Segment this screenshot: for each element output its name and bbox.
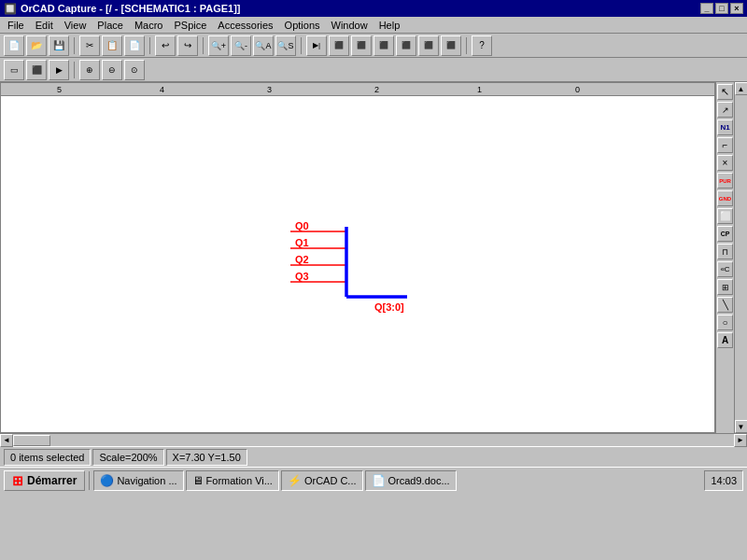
title-bar-controls[interactable]: _ □ × <box>700 3 743 14</box>
menu-file[interactable]: File <box>2 19 30 32</box>
sep6 <box>74 62 75 78</box>
rt-btn-1[interactable]: ↗ <box>717 102 733 118</box>
orcad9-label: Orcad9.doc... <box>388 475 450 486</box>
ruler-mark-2: 2 <box>374 85 379 94</box>
svg-text:Q3: Q3 <box>295 271 309 282</box>
run-tool[interactable]: ▶ <box>49 60 69 80</box>
v-scroll-track[interactable] <box>736 95 747 420</box>
orcad-icon: ⚡ <box>288 474 302 487</box>
schematic-container: 5 4 3 2 1 0 <box>0 82 747 446</box>
menu-place[interactable]: Place <box>92 19 129 32</box>
tb-btn-2[interactable]: ⬛ <box>329 35 349 56</box>
ruler-mark-3: 3 <box>267 85 272 94</box>
start-button[interactable]: ⊞ Démarrer <box>4 470 85 491</box>
pan-tool[interactable]: ⊖ <box>102 60 122 80</box>
rt-pointer[interactable]: ↖ <box>717 84 733 100</box>
taskbar-app-orcad9[interactable]: 📄 Orcad9.doc... <box>365 470 457 491</box>
taskbar-app-orcad[interactable]: ⚡ OrCAD C... <box>281 470 363 491</box>
ruler-mark-1: 1 <box>477 85 482 94</box>
title-text: OrCAD Capture - [/ - [SCHEMATIC1 : PAGE1… <box>21 3 241 14</box>
h-scroll-track[interactable] <box>13 435 734 446</box>
copy-button[interactable]: 📋 <box>102 35 122 56</box>
canvas-content: Q0 Q1 Q2 Q3 Q[3:0] <box>1 96 714 432</box>
vertical-scrollbar: ▲ ▼ <box>734 82 747 433</box>
select-tool[interactable]: ▭ <box>4 60 24 80</box>
tb-btn-7[interactable]: ⬛ <box>441 35 461 56</box>
rt-pwr[interactable]: PUR <box>717 173 733 189</box>
rt-cross[interactable]: × <box>717 155 733 171</box>
app-icon: 🔲 <box>4 3 17 15</box>
rt-box[interactable]: ⬜ <box>717 208 733 224</box>
rt-gnd[interactable]: GND <box>717 190 733 206</box>
taskbar-app-nav[interactable]: 🔵 Navigation ... <box>93 470 183 491</box>
rt-text-a[interactable]: A <box>717 332 733 348</box>
maximize-button[interactable]: □ <box>715 3 728 14</box>
h-scroll-thumb[interactable] <box>13 435 50 446</box>
formation-label: Formation Vi... <box>206 475 273 486</box>
menu-accessories[interactable]: Accessories <box>212 19 278 32</box>
menu-help[interactable]: Help <box>374 19 406 32</box>
orcad-label: OrCAD C... <box>304 475 357 486</box>
place-tool[interactable]: ⬛ <box>26 60 47 80</box>
taskbar-app-formation[interactable]: 🖥 Formation Vi... <box>186 470 279 491</box>
new-button[interactable]: 📄 <box>4 35 24 56</box>
taskbar-clock: 14:03 <box>704 470 743 491</box>
scroll-up-button[interactable]: ▲ <box>735 82 748 95</box>
zoom-tool[interactable]: ⊕ <box>79 60 100 80</box>
rt-ph[interactable]: ⊓ <box>717 244 733 259</box>
zoom-out-button[interactable]: 🔍- <box>231 35 251 56</box>
menu-view[interactable]: View <box>59 19 92 32</box>
horizontal-scrollbar: ◄ ► <box>0 433 747 446</box>
paste-button[interactable]: 📄 <box>124 35 145 56</box>
open-button[interactable]: 📂 <box>26 35 47 56</box>
help-button[interactable]: ? <box>472 35 492 56</box>
save-button[interactable]: 💾 <box>49 35 69 56</box>
title-bar: 🔲 OrCAD Capture - [/ - [SCHEMATIC1 : PAG… <box>0 0 747 17</box>
items-selected-status: 0 items selected <box>4 449 91 466</box>
undo-button[interactable]: ↩ <box>155 35 176 56</box>
minimize-button[interactable]: _ <box>700 3 713 14</box>
rt-circle[interactable]: ○ <box>717 315 733 330</box>
redo-button[interactable]: ↪ <box>177 35 198 56</box>
tb-btn-3[interactable]: ⬛ <box>351 35 372 56</box>
scroll-left-button[interactable]: ◄ <box>0 434 13 447</box>
scroll-down-button[interactable]: ▼ <box>735 420 748 433</box>
rt-grid[interactable]: ⊞ <box>717 279 733 295</box>
status-bar: 0 items selected Scale=200% X=7.30 Y=1.5… <box>0 446 747 467</box>
title-bar-left: 🔲 OrCAD Capture - [/ - [SCHEMATIC1 : PAG… <box>4 3 241 15</box>
menu-macro[interactable]: Macro <box>129 19 169 32</box>
tb-btn-6[interactable]: ⬛ <box>418 35 439 56</box>
nav-icon: 🔵 <box>100 474 114 487</box>
tb-btn-1[interactable]: ▶| <box>306 35 327 56</box>
toolbar-main: 📄 📂 💾 ✂ 📋 📄 ↩ ↪ 🔍+ 🔍- 🔍A 🔍S ▶| ⬛ ⬛ ⬛ ⬛ ⬛… <box>0 34 747 58</box>
windows-icon: ⊞ <box>12 473 23 488</box>
schematic-svg: Q0 Q1 Q2 Q3 Q[3:0] <box>1 96 714 432</box>
tb-btn-5[interactable]: ⬛ <box>396 35 416 56</box>
rt-kc[interactable]: «C <box>717 261 733 277</box>
scale-status: Scale=200% <box>92 449 163 466</box>
start-label: Démarrer <box>27 474 77 487</box>
cut-button[interactable]: ✂ <box>79 35 100 56</box>
rt-n1[interactable]: N1 <box>717 119 733 135</box>
zoom-in-button[interactable]: 🔍+ <box>208 35 229 56</box>
zoom-select-button[interactable]: 🔍S <box>275 35 296 56</box>
tb-btn-4[interactable]: ⬛ <box>374 35 394 56</box>
rt-cp[interactable]: CP <box>717 226 733 242</box>
svg-text:Q1: Q1 <box>295 237 309 248</box>
toolbar-secondary: ▭ ⬛ ▶ ⊕ ⊖ ⊙ <box>0 58 747 82</box>
menu-edit[interactable]: Edit <box>30 19 59 32</box>
ruler-top: 5 4 3 2 1 0 <box>1 83 714 96</box>
canvas-wrapper: 5 4 3 2 1 0 <box>0 82 747 433</box>
menu-window[interactable]: Window <box>326 19 374 32</box>
scroll-right-button[interactable]: ► <box>734 434 747 447</box>
zoom-all-button[interactable]: 🔍A <box>253 35 274 56</box>
sep1 <box>74 37 75 54</box>
time-display: 14:03 <box>711 475 737 486</box>
close-button[interactable]: × <box>730 3 743 14</box>
schematic-area[interactable]: 5 4 3 2 1 0 <box>0 82 715 433</box>
rt-wire[interactable]: ⌐ <box>717 137 733 153</box>
prop-tool[interactable]: ⊙ <box>124 60 145 80</box>
menu-options[interactable]: Options <box>279 19 326 32</box>
menu-pspice[interactable]: PSpice <box>168 19 212 32</box>
rt-diag[interactable]: ╲ <box>717 297 733 313</box>
